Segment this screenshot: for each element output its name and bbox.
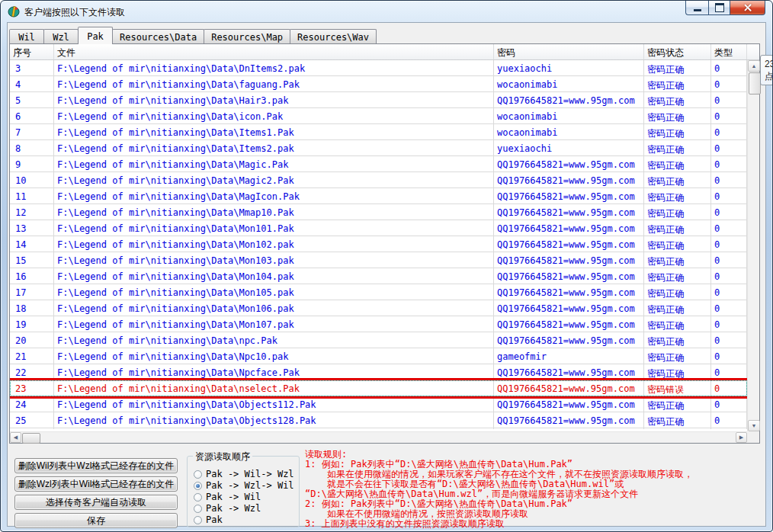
vertical-scrollbar[interactable]: ▲ ▼ [747, 60, 759, 431]
cell-c0: 23 [10, 380, 54, 396]
scroll-left-icon[interactable]: ◀ [10, 432, 21, 443]
button-1[interactable]: 删除Wil列表中Wzl格式已经存在的文件 [14, 458, 178, 473]
close-button[interactable] [730, 1, 765, 15]
column-header-1[interactable]: 文件 [54, 44, 494, 59]
cell-c2: QQ1976645821=www.95gm.com [494, 284, 644, 300]
minimize-button[interactable] [685, 1, 708, 15]
column-header-3[interactable]: 密码状态 [644, 44, 711, 59]
table-row[interactable]: 15F:\Legend of mir\nitianxing\Data\Mon10… [10, 252, 747, 268]
cell-c1: F:\Legend of mir\nitianxing\Data\Objects… [54, 428, 494, 429]
table-row[interactable]: 18F:\Legend of mir\nitianxing\Data\Mon10… [10, 300, 747, 316]
button-2[interactable]: 删除Wzl列表中Wil格式已经存在的文件 [14, 476, 178, 492]
cell-c4: 0 [711, 268, 747, 284]
cell-c1: F:\Legend of mir\nitianxing\Data\Mon101.… [54, 220, 494, 236]
table-row[interactable]: 8F:\Legend of mir\nitianxing\Data\Items2… [10, 140, 747, 156]
table-row[interactable]: 5F:\Legend of mir\nitianxing\Data\Hair3.… [10, 92, 747, 108]
cell-c2: QQ1976645821=www.95gm.com [494, 300, 644, 316]
button-4[interactable]: 保存 [14, 513, 178, 528]
table-row[interactable]: 14F:\Legend of mir\nitianxing\Data\Mon10… [10, 236, 747, 252]
radio-option-1[interactable]: Pak -> Wil-> Wzl [194, 469, 294, 479]
table-row[interactable]: 6F:\Legend of mir\nitianxing\Data\icon.P… [10, 108, 747, 124]
cell-c0: 14 [10, 236, 54, 252]
cell-c3: 密码正确 [644, 60, 711, 76]
cell-c4: 0 [711, 92, 747, 108]
resource-order-groupbox: 资源读取顺序 Pak -> Wil-> WzlPak -> Wzl-> WilP… [187, 456, 300, 527]
cell-c4: 0 [711, 236, 747, 252]
tab-resources-data[interactable]: Resources\Data [112, 29, 204, 43]
button-3[interactable]: 选择传奇客户端自动读取 [14, 495, 178, 510]
scroll-right-icon[interactable]: ▶ [736, 432, 747, 443]
table-row[interactable]: 7F:\Legend of mir\nitianxing\Data\Items1… [10, 124, 747, 140]
table-row[interactable]: 22F:\Legend of mir\nitianxing\Data\Npcfa… [10, 364, 747, 380]
table-row[interactable]: 13F:\Legend of mir\nitianxing\Data\Mon10… [10, 220, 747, 236]
radio-icon[interactable] [194, 516, 202, 524]
cell-c4: 0 [711, 284, 747, 300]
table-row[interactable]: 21F:\Legend of mir\nitianxing\Data\Npc10… [10, 348, 747, 364]
cell-c2: QQ1976645821=www.95gm.com [494, 204, 644, 220]
cell-c3: 密码正确 [644, 252, 711, 268]
radio-option-4[interactable]: Pak -> Wzl [194, 503, 261, 514]
cell-c2: QQ1976645821=www.95gm.com [494, 156, 644, 172]
cell-c2: yuexiaochi [494, 60, 644, 76]
radio-icon[interactable] [194, 493, 202, 502]
cell-c2: QQ1976645821=www.95gm.com [494, 396, 644, 412]
tab-resources-wav[interactable]: Resources\Wav [290, 29, 377, 43]
table-row[interactable]: 9F:\Legend of mir\nitianxing\Data\Magic.… [10, 156, 747, 172]
table-row[interactable]: 3F:\Legend of mir\nitianxing\Data\DnItem… [10, 60, 747, 76]
cell-c1: F:\Legend of mir\nitianxing\Data\icon.Pa… [54, 108, 494, 124]
table-row[interactable]: 24F:\Legend of mir\nitianxing\Data\Objec… [10, 396, 747, 412]
horizontal-scroll-thumb[interactable] [22, 433, 40, 444]
cell-c3: 密码正确 [644, 188, 711, 204]
column-header-0[interactable]: 序号 [10, 44, 54, 59]
cell-c3: 密码正确 [644, 348, 711, 364]
cell-c1: F:\Legend of mir\nitianxing\Data\Objects… [54, 396, 494, 412]
radio-icon[interactable] [194, 470, 202, 479]
table-row[interactable]: 16F:\Legend of mir\nitianxing\Data\Mon10… [10, 268, 747, 284]
radio-option-5[interactable]: Pak [194, 514, 223, 525]
scroll-up-icon[interactable]: ▲ [748, 60, 760, 72]
table-body: 3F:\Legend of mir\nitianxing\Data\DnItem… [10, 60, 747, 431]
cell-c3: 密码正确 [644, 412, 711, 428]
client-area: WilWzlPakResources\DataResources\MapReso… [7, 22, 766, 527]
tab-pak[interactable]: Pak [78, 27, 113, 44]
scroll-down-icon[interactable]: ▼ [748, 420, 760, 431]
table-row[interactable]: 11F:\Legend of mir\nitianxing\Data\MagIc… [10, 188, 747, 204]
radio-option-2[interactable]: Pak -> Wzl-> Wil [194, 480, 294, 491]
table-row[interactable]: 17F:\Legend of mir\nitianxing\Data\Mon10… [10, 284, 747, 300]
column-header-4[interactable]: 类型 [711, 44, 747, 59]
tab-resources-map[interactable]: Resources\Map [204, 29, 290, 43]
table-row[interactable]: 10F:\Legend of mir\nitianxing\Data\Magic… [10, 172, 747, 188]
cell-c1: F:\Legend of mir\nitianxing\Data\Mon105.… [54, 284, 494, 300]
cell-c2: QQ1976645821=www.95gm.com [494, 252, 644, 268]
cell-c4: 0 [711, 108, 747, 124]
column-header-2[interactable]: 密码 [494, 44, 644, 59]
maximize-button[interactable] [708, 1, 730, 15]
cell-c4: 0 [711, 204, 747, 220]
cell-c1: F:\Legend of mir\nitianxing\Data\Npcface… [54, 364, 494, 380]
tooltip-line2: 点 [765, 70, 773, 82]
cell-c2: QQ1976645821=www.95gm.com [494, 188, 644, 204]
table-row[interactable]: 20F:\Legend of mir\nitianxing\Data\npc.P… [10, 332, 747, 348]
cell-c4: 0 [711, 156, 747, 172]
radio-icon[interactable] [194, 505, 202, 513]
radio-label: Pak -> Wzl-> Wil [206, 480, 294, 491]
cell-c2: QQ1976645821=www.95gm.com [494, 412, 644, 428]
cell-c0: 15 [10, 252, 54, 268]
table-row[interactable]: 12F:\Legend of mir\nitianxing\Data\Mmap1… [10, 204, 747, 220]
vertical-scroll-thumb[interactable] [749, 72, 761, 95]
radio-icon[interactable] [194, 482, 202, 490]
cell-c4: 0 [711, 364, 747, 380]
cell-c3: 密码正确 [644, 124, 711, 140]
read-rules-text: 读取规则:1: 例如: Pak列表中“D:\盛大网络\热血传奇\Data\Hum… [305, 450, 693, 529]
radio-option-3[interactable]: Pak -> Wil [194, 492, 261, 502]
cell-c2: yuexiaochi [494, 140, 644, 156]
tab-wzl[interactable]: Wzl [43, 29, 79, 43]
cell-c0: 19 [10, 316, 54, 332]
table-row[interactable]: 4F:\Legend of mir\nitianxing\Data\faguan… [10, 76, 747, 92]
title-bar[interactable]: 客户端按照以下文件读取 [1, 1, 772, 22]
table-row[interactable]: 19F:\Legend of mir\nitianxing\Data\Mon10… [10, 316, 747, 332]
tab-wil[interactable]: Wil [9, 29, 44, 43]
table-row[interactable]: 23F:\Legend of mir\nitianxing\Data\nsele… [10, 380, 747, 396]
table-row[interactable]: 25F:\Legend of mir\nitianxing\Data\Objec… [10, 412, 747, 428]
horizontal-scrollbar[interactable]: ◀ ▶ [10, 431, 747, 443]
